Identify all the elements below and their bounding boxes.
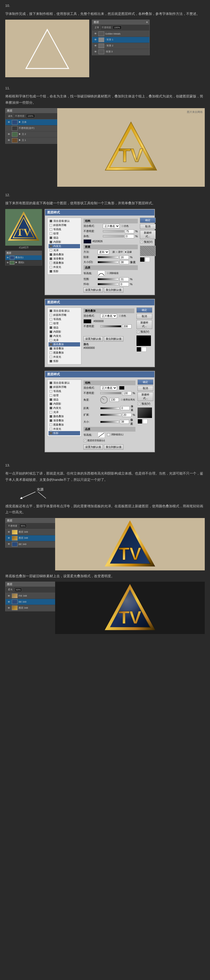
ok-btn-co[interactable]: 确定	[136, 307, 152, 313]
size-slider-ig[interactable]	[98, 261, 119, 263]
si-stk-ds[interactable]: 描边	[48, 398, 80, 402]
layer-opacity-sel[interactable]: 不透明度(选中)	[5, 126, 63, 132]
eye-icon-2[interactable]: 👁	[94, 38, 98, 41]
si-is-ds[interactable]: 内阴影	[48, 402, 80, 406]
style-item-contour[interactable]: 等高线	[48, 228, 80, 232]
size-input-ig[interactable]	[120, 260, 129, 264]
small-layer-row-1[interactable]: 👁 叠加光1	[5, 255, 42, 260]
si-ig-co[interactable]: 内发光	[48, 334, 80, 338]
new-style-btn-ds[interactable]: 新建样式...	[138, 392, 153, 401]
si-sat-ds[interactable]: 光泽	[48, 410, 80, 414]
style-item-stroke[interactable]: 描边	[48, 236, 80, 240]
color-ds-box[interactable]	[119, 386, 124, 390]
noise-input-ig[interactable]	[125, 234, 134, 238]
eye-main1[interactable]: 👁	[7, 139, 11, 142]
eye-f2l3[interactable]: 👁	[7, 606, 11, 609]
style-item-satin[interactable]: 光泽	[48, 248, 80, 253]
layer-main2[interactable]: 👁 ▶ 主 2	[5, 132, 63, 137]
size-ds-slider[interactable]	[100, 421, 119, 423]
style-item-outer-glow[interactable]: 外发光	[48, 265, 80, 269]
panel-toolbar[interactable]: 正常 不透明度: 100%	[92, 25, 149, 31]
jitter-slider-ig[interactable]	[98, 283, 119, 285]
angle-input-ds[interactable]	[110, 398, 119, 402]
layer-knockout-cb[interactable]	[83, 439, 87, 442]
opacity-value[interactable]: 100%	[113, 25, 122, 29]
si-po-co[interactable]: 图案叠加	[48, 351, 80, 355]
eye-main2[interactable]: 👁	[7, 133, 11, 136]
blend-mode-select[interactable]: 正常	[93, 25, 101, 30]
style-item-drop-shadow[interactable]: 投影	[48, 269, 80, 274]
si-texture-co[interactable]: 纹理	[48, 321, 80, 326]
cancel-btn-co[interactable]: 取消	[136, 314, 152, 319]
layer-sublayer2[interactable]: 👁 · 矩形 2	[92, 43, 149, 49]
si-go-co[interactable]: 渐变叠加	[48, 347, 80, 351]
range-slider-ig[interactable]	[98, 278, 119, 280]
blend-co-select[interactable]: 正片叠底	[100, 314, 117, 318]
si-stroke-co[interactable]: 描边	[48, 326, 80, 330]
si-default-co[interactable]: 混合选项:默认	[48, 309, 80, 313]
size-ds-input[interactable]	[120, 420, 129, 424]
new-style-btn-co[interactable]: 新建样式...	[136, 320, 152, 329]
final2-layer-3[interactable]: 👁 图层 348	[5, 605, 63, 611]
final2-layer-1[interactable]: 👁 FIE 348	[5, 593, 63, 599]
eye-f2l2[interactable]: 👁	[7, 601, 11, 603]
reset-default-btn-co[interactable]: 复位到默认值	[104, 336, 123, 342]
si-co-co[interactable]: 颜色叠加	[48, 342, 80, 347]
new-style-btn-ig[interactable]: 新建样式...	[140, 230, 155, 239]
noise-slider-ig[interactable]	[103, 235, 124, 237]
small-layer-row-2[interactable]: 👁 ▶ 图组1	[5, 260, 42, 265]
antialias-cb-ds[interactable]	[107, 433, 110, 436]
spread-ds-slider[interactable]	[100, 414, 121, 416]
eye-fl1[interactable]: 👁	[7, 531, 11, 533]
set-default-btn-ig[interactable]: 设置为默认值	[83, 287, 103, 293]
eye-icon-4[interactable]: 👁	[94, 50, 98, 53]
eye-fl2[interactable]: 👁	[7, 537, 11, 539]
style-item-inner-shadow[interactable]: 内阴影	[48, 240, 80, 244]
style-item-color-overlay[interactable]: 颜色叠加	[48, 253, 80, 257]
opacity-val-final[interactable]: 85%	[20, 524, 27, 528]
si-tex-ds[interactable]: 纹理	[48, 393, 80, 398]
si-def-ds[interactable]: 混合选项:默认	[48, 381, 80, 385]
choke-slider-ig[interactable]	[98, 256, 119, 258]
contour-preview-ig[interactable]	[98, 270, 105, 276]
opacity-val-final-2[interactable]: 60%	[15, 588, 22, 592]
layer-main-group[interactable]: 👁 ▶ 主体	[5, 119, 63, 126]
ok-btn-ig[interactable]: 确定	[140, 218, 155, 223]
si-og-ds[interactable]: 外发光	[48, 427, 80, 431]
distance-ds-slider[interactable]	[100, 407, 119, 409]
style-item-bevel[interactable]: 斜面和浮雕	[48, 223, 80, 228]
style-item-pattern[interactable]: 图案叠加	[48, 261, 80, 265]
final-layer-1[interactable]: 👁 图层 349	[5, 529, 63, 535]
opacity-slider-ig[interactable]	[103, 230, 124, 232]
si-ds-co[interactable]: 投影	[48, 359, 80, 363]
layer-golden-metals[interactable]: 👁 Golden Metals	[92, 31, 149, 37]
layer-main1[interactable]: 👁 ▶ 主 1	[5, 137, 63, 143]
blend-ds-select[interactable]: 正片叠底	[100, 386, 117, 390]
si-con-ds[interactable]: 等高线	[48, 389, 80, 393]
blend-mode-select-ig[interactable]: 正片叠底	[103, 224, 120, 228]
style-item-grad-overlay[interactable]: 渐变叠加	[48, 257, 80, 261]
final-layer-2[interactable]: 👁 图层 348	[5, 535, 63, 541]
style-item-inner-glow[interactable]: 内发光	[48, 244, 80, 248]
si-ig-ds[interactable]: 内发光	[48, 406, 80, 410]
panel-toolbar-11[interactable]: 滤光 不透明度: 100%	[5, 113, 63, 119]
si-co-ds[interactable]: 颜色叠加	[48, 414, 80, 418]
eye-icon[interactable]: 👁	[94, 32, 98, 35]
blend-final[interactable]: 不透明度	[6, 524, 19, 528]
blend-mode-11[interactable]: 滤光	[6, 114, 14, 118]
eye-main[interactable]: 👁	[7, 121, 11, 124]
preview-cb-ig[interactable]	[140, 240, 143, 243]
si-satin-co[interactable]: 光泽	[48, 338, 80, 342]
eye-icon-3[interactable]: 👁	[94, 44, 98, 47]
style-item-default[interactable]: 混合选项:默认	[48, 219, 80, 223]
cancel-btn-ds[interactable]: 取消	[138, 386, 153, 391]
si-go-ds[interactable]: 渐变叠加	[48, 418, 80, 423]
angle-dial-ds[interactable]	[100, 396, 107, 404]
opacity-ds-input[interactable]	[122, 391, 131, 395]
si-contour-co[interactable]: 等高线	[48, 317, 80, 321]
reset-default-btn-ds[interactable]: 复位到默认值	[104, 444, 123, 450]
technique-select-ig[interactable]: 柔和	[98, 250, 109, 254]
si-og-co[interactable]: 外发光	[48, 355, 80, 359]
reset-default-btn-ig[interactable]: 复位到默认值	[104, 287, 123, 293]
color-box-co[interactable]	[83, 319, 91, 323]
